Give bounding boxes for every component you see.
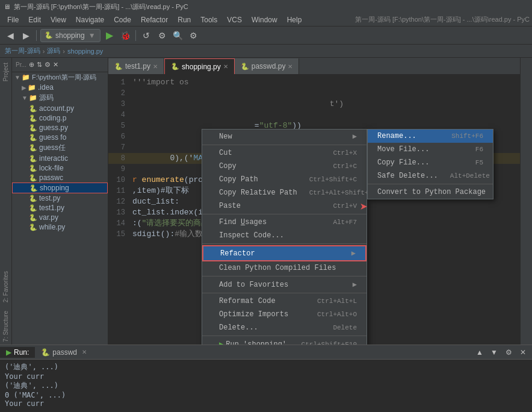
ctx-inspect[interactable]: Inspect Code... [202,229,367,242]
breadcrumb-root[interactable]: 第一周-源码 [5,46,40,55]
sub-convert-pkg[interactable]: Convert to Python Package [368,186,493,199]
sub-sep [368,184,493,184]
tree-test1[interactable]: 🐍 test1.py [12,203,108,213]
toolbar-sync[interactable]: ↺ [140,29,153,42]
ctx-new[interactable]: New ▶ [202,130,367,143]
ctx-cut[interactable]: Cut Ctrl+X [202,146,367,160]
menu-file[interactable]: File [2,14,23,25]
toolbar-git[interactable]: ⚙ [155,29,169,42]
menu-refactor[interactable]: Refactor [136,14,173,25]
ctx-run[interactable]: ▶ Run 'shopping' Ctrl+Shift+F10 [202,337,367,345]
menu-edit[interactable]: Edit [23,14,46,25]
run-output: ('迪典', ...) Your curr ('迪典', ...) 0 ('MA… [0,360,532,410]
menu-window[interactable]: Window [247,14,282,25]
toolbar-settings[interactable]: ⚙ [187,29,200,42]
menu-view[interactable]: View [46,14,71,25]
sub-safe-delete[interactable]: Safe Delete... Alt+Delete [368,169,493,183]
toolbar-debug-btn[interactable]: 🐞 [119,29,132,42]
favorites-panel-tab[interactable]: 2: Favorites [1,269,10,305]
tree-interactic[interactable]: 🐍 interactic [12,154,108,163]
menu-run[interactable]: Run [173,14,196,25]
tree-while[interactable]: 🐍 while.py [12,222,108,232]
menu-tools[interactable]: Tools [196,14,222,25]
tree-test[interactable]: 🐍 test.py [12,193,108,203]
tab-test1[interactable]: 🐍 test1.py ✕ [108,58,164,74]
ctx-copy-path[interactable]: Copy Path Ctrl+Shift+C [202,173,367,186]
menu-help[interactable]: Help [282,14,307,25]
tab-shopping[interactable]: 🐍 shopping.py ✕ [164,58,235,74]
add-icon[interactable]: ⊕ [29,61,34,69]
menu-navigate[interactable]: Navigate [71,14,109,25]
ctx-copy-rel[interactable]: Copy Relative Path Ctrl+Alt+Shift+C [202,186,367,199]
output-line-4: 0 ('MAC', ...) [5,391,527,399]
breadcrumb-folder[interactable]: 源码 [47,46,60,55]
structure-panel-tab[interactable]: 7: Structure [1,308,10,345]
panel-down[interactable]: ▼ [487,346,501,359]
tab-close-passwd[interactable]: ✕ [288,63,292,70]
close-icon[interactable]: ✕ [53,61,58,69]
run-tab-icon: ▶ [6,348,11,357]
ctx-find-usages[interactable]: Find Usages Alt+F7 [202,216,367,229]
panel-up[interactable]: ▲ [473,346,486,359]
ctx-clean[interactable]: Clean Python Compiled Files [202,261,367,275]
ctx-sep-5 [202,293,367,293]
menu-code[interactable]: Code [109,14,136,25]
code-line-3: 3 t') [108,99,520,110]
bottom-tab-passwd[interactable]: 🐍 passwd ✕ [35,347,93,358]
tree-shopping[interactable]: 🐍 shopping [12,183,108,193]
passwd-tab-close[interactable]: ✕ [82,349,87,355]
panel-close[interactable]: ✕ [516,346,530,359]
sub-rename[interactable]: Rename... Shift+F6 [368,130,493,143]
run-config-dropdown[interactable]: 🐍 shopping ▼ [40,29,101,42]
tree-sourcefolder[interactable]: ▼ 📁 源码 [12,92,108,104]
tab-passwd[interactable]: 🐍 passwd.py ✕ [235,58,300,74]
bottom-tab-run[interactable]: ▶ Run: [0,347,35,358]
tree-coding[interactable]: 🐍 coding.p [12,113,108,123]
settings-icon[interactable]: ⚙ [45,61,51,69]
ctx-copy[interactable]: Copy Ctrl+C [202,160,367,173]
toolbar-run-btn[interactable]: ▶ [103,29,116,42]
project-panel-tab[interactable]: Project [1,60,10,84]
toolbar-search[interactable]: 🔍 [171,29,184,42]
sub-move-shortcut: F6 [463,146,483,153]
app-icon: 🖥 [4,3,10,10]
tree-account[interactable]: 🐍 account.py [12,104,108,113]
ctx-refactor-label: Refactor [220,249,255,258]
ctx-reformat[interactable]: Reformat Code Ctrl+Alt+L [202,295,367,308]
panel-controls: ▲ ▼ ⚙ ✕ [473,346,532,359]
toolbar-back[interactable]: ◀ [4,29,17,42]
tree-lockfile-label: lock-file [39,164,64,172]
editor-area[interactable]: 1 '''import os 2 3 t') 4 [108,75,520,345]
submenu-arrow: ➤ [360,199,368,216]
ctx-run-shortcut: Ctrl+Shift+F10 [289,341,357,345]
tree-root[interactable]: ▼ 📁 F:\python\第一周-源码 [12,72,108,83]
tree-shopping-label: shopping [40,184,69,192]
code-line-4: 4 [108,110,520,120]
ctx-run-label: Run 'shopping' [226,340,286,345]
toolbar-forward[interactable]: ▶ [19,29,32,42]
ctx-optimize[interactable]: Optimize Imports Ctrl+Alt+O [202,308,367,321]
panel-settings[interactable]: ⚙ [502,346,515,359]
ctx-refactor[interactable]: Refactor ▶ [202,245,367,261]
tab-close-shopping[interactable]: ✕ [223,63,228,70]
ctx-delete[interactable]: Delete... Delete [202,321,367,334]
tree-passwd[interactable]: 🐍 passwc [12,173,108,183]
ctx-favorites[interactable]: Add to Favorites ▶ [202,278,367,292]
tree-guessfo[interactable]: 🐍 guess fo [12,133,108,142]
tree-guessren[interactable]: 🐍 guess任 [12,142,108,154]
sub-move[interactable]: Move File... F6 [368,143,493,156]
passwd-tab-label: passwd [52,348,77,357]
tree-guess[interactable]: 🐍 guess.py [12,123,108,133]
tree-idea[interactable]: ▶ 📁 .idea [12,83,108,92]
tree-lockfile[interactable]: 🐍 lock-file [12,163,108,173]
expand-icon[interactable]: ⇅ [37,61,42,69]
menu-vcs[interactable]: VCS [222,14,247,25]
breadcrumb-file[interactable]: shopping.py [67,48,103,55]
ctx-sep-3 [202,243,367,244]
tree-var[interactable]: 🐍 var.py [12,213,108,222]
sub-copy[interactable]: Copy File... F5 [368,156,493,169]
tab-close-test1[interactable]: ✕ [153,63,158,70]
toolbar-sep-1 [36,30,37,41]
ctx-paste[interactable]: Paste Ctrl+V [202,199,367,213]
ctx-delete-shortcut: Delete [321,324,357,331]
